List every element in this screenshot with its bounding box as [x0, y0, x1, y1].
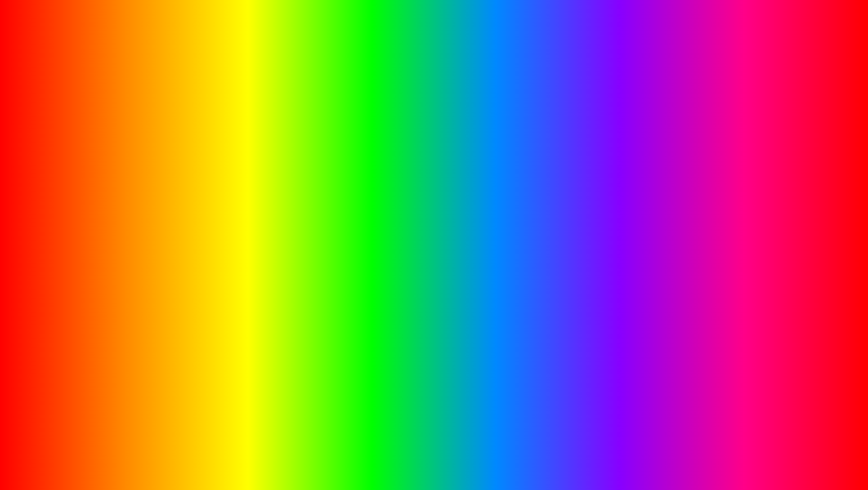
front-label-fruit: Fruit — [317, 221, 327, 226]
svg-point-14 — [137, 128, 142, 133]
shop-icon: 🛒 — [244, 194, 251, 200]
sidebar-label-shop: Shop — [254, 195, 266, 200]
svg-rect-37 — [755, 458, 758, 463]
bar-fruit — [371, 262, 474, 263]
sidebar-label-miscfarm: MiscFarm — [254, 169, 276, 174]
sidebar-label-raid: Raid — [254, 208, 264, 213]
no-key-text: NO KEY‼ — [414, 174, 476, 212]
window-back-title-makori: Makori — [245, 126, 264, 133]
m-badge-hop: M — [360, 197, 368, 203]
toggle-knob-fruit — [592, 259, 597, 265]
title-container: BLOX FRUITS — [0, 13, 868, 94]
front-sidebar-stats[interactable]: 📈 Stats — [303, 191, 352, 204]
free-text: FREE — [414, 148, 476, 174]
teleport-icon: 📍 — [244, 220, 251, 227]
sidebar-label-teleport: Teleport — [254, 221, 272, 226]
wait-dungeon-label: Wait For Dungeon — [356, 179, 602, 190]
front-shop-icon: 🛒 — [307, 233, 314, 240]
svg-point-13 — [131, 119, 157, 146]
front-fruit-icon: 🍎 — [307, 220, 314, 227]
sidebar-item-miscfarm[interactable]: ⚙️ MiscFarm — [240, 165, 289, 178]
toggle-knob-aweak — [592, 228, 597, 233]
raid-icon: ⚔️ — [244, 207, 251, 214]
home-icon: 🏠 — [244, 142, 251, 148]
front-sidebar-shop[interactable]: 🛒 Shop — [303, 230, 352, 243]
feature-get-fruit: M Get Fruit Inventory — [356, 256, 602, 268]
m-badge-fruit: M — [360, 259, 368, 265]
script-label: SCRIPT — [352, 419, 539, 475]
main-title: BLOX FRUITS — [177, 13, 692, 94]
front-teleport-icon: 📍 — [307, 259, 314, 266]
toggle-normal[interactable] — [584, 212, 598, 219]
front-players-icon: ✏️ — [307, 272, 314, 279]
sidebar-item-stats[interactable]: 📈 Stats — [240, 151, 289, 165]
svg-rect-19 — [146, 198, 160, 261]
front-stats-icon: 📈 — [307, 194, 314, 200]
x-logo-x: X — [776, 428, 841, 456]
skull-logo — [729, 430, 774, 475]
toggle-knob-hop — [592, 197, 597, 203]
sidebar-label-fruit: Fruit — [254, 182, 264, 187]
free-nokey-container: FREE NO KEY‼ — [414, 148, 476, 212]
bar-aweak — [371, 230, 474, 232]
feature-auto-raid-hop: M Auto Raid Hop — [356, 194, 602, 206]
svg-point-15 — [146, 128, 151, 133]
toggle-hop[interactable] — [584, 196, 598, 204]
fruit-icon: 🍎 — [244, 181, 251, 187]
toggle-knob-normal — [592, 213, 597, 218]
window-back-version: Version|X เวอร์ชันเอ็กซ์ — [415, 125, 465, 134]
front-label-teleport: Teleport — [317, 260, 335, 265]
players-icon-back: ✏️ — [244, 233, 251, 240]
window-back-title-hub: HUB — [268, 126, 281, 133]
divider-1 — [356, 192, 602, 192]
feature-auto-aweak: M Auto Aweak — [356, 224, 602, 237]
window-back-sidebar: 🏠 Genneral 📈 Stats ⚙️ MiscFarm 🍎 Fruit 🛒 — [240, 137, 289, 263]
sidebar-label-stats: Stats — [254, 156, 265, 161]
x-logo-fruits: FRUITS — [776, 456, 841, 477]
window-front-title-hub: HUB — [331, 166, 344, 173]
svg-rect-36 — [750, 458, 753, 463]
front-label-raid: Raid — [317, 247, 327, 252]
m-badge-normal: M — [360, 212, 368, 218]
update-number: 20 — [281, 419, 337, 475]
select-dungeon-row[interactable]: Select Dungeon : ▼ — [356, 240, 602, 253]
window-back-header: Makori HUB Version|X เวอร์ชันเอ็กซ์ — [240, 123, 471, 137]
front-label-players: Players — [317, 273, 334, 278]
front-sidebar-fruit[interactable]: 🍎 Fruit — [303, 217, 352, 230]
chevron-down-icon: ▼ — [590, 243, 596, 250]
sidebar-item-players[interactable]: ✏️ Players — [240, 230, 289, 243]
front-sidebar-genneral[interactable]: 🏠 Genneral — [303, 178, 352, 191]
toggle-fruit[interactable] — [584, 258, 598, 266]
m-badge-autofarm: M — [297, 143, 305, 150]
teleport-lab-button[interactable]: Teleport to Lab — [356, 271, 602, 285]
update-label: UPDATE — [61, 419, 266, 475]
bar-normal — [371, 215, 474, 216]
sidebar-item-shop[interactable]: 🛒 Shop — [240, 191, 289, 204]
svg-point-33 — [754, 442, 763, 451]
sidebar-item-raid[interactable]: ⚔️ Raid — [240, 204, 289, 217]
svg-rect-35 — [745, 458, 748, 463]
svg-rect-21 — [162, 151, 175, 196]
sidebar-item-teleport[interactable]: 📍 Teleport — [240, 217, 289, 230]
feat-name-fruit: Get Fruit Inventory — [477, 259, 581, 265]
select-dungeon-label: Select Dungeon : — [362, 243, 403, 249]
sidebar-item-genneral[interactable]: 🏠 Genneral — [240, 138, 289, 151]
svg-point-32 — [740, 442, 749, 451]
window-front-sidebar: 🏠 Genneral 📈 Stats ⚙️ MiscFarm 🍎 Fruit 🛒 — [303, 176, 352, 347]
front-sidebar-teleport[interactable]: 📍 Teleport — [303, 256, 352, 269]
front-raid-icon: ⚔️ — [307, 246, 314, 253]
front-label-genneral: Genneral — [317, 182, 337, 187]
front-label-shop: Shop — [317, 234, 329, 239]
sidebar-item-fruit[interactable]: 🍎 Fruit — [240, 178, 289, 191]
front-sidebar-miscfarm[interactable]: ⚙️ MiscFarm — [303, 204, 352, 217]
front-sidebar-players[interactable]: ✏️ Players — [303, 269, 352, 282]
front-label-stats: Stats — [317, 195, 328, 200]
front-home-icon: 🏠 — [307, 181, 314, 187]
toggle-aweak[interactable] — [584, 227, 598, 234]
feat-name-hop: Auto Raid Hop — [477, 197, 581, 203]
feature-bar-autofarm — [308, 146, 376, 147]
window-front-content: Wait For Dungeon M Auto Raid Hop M Auto … — [352, 176, 606, 347]
feat-name-normal: Auto Raid Normal [One Click] — [477, 213, 581, 218]
front-sidebar-raid[interactable]: ⚔️ Raid — [303, 243, 352, 256]
front-misc-icon: ⚙️ — [307, 207, 314, 214]
